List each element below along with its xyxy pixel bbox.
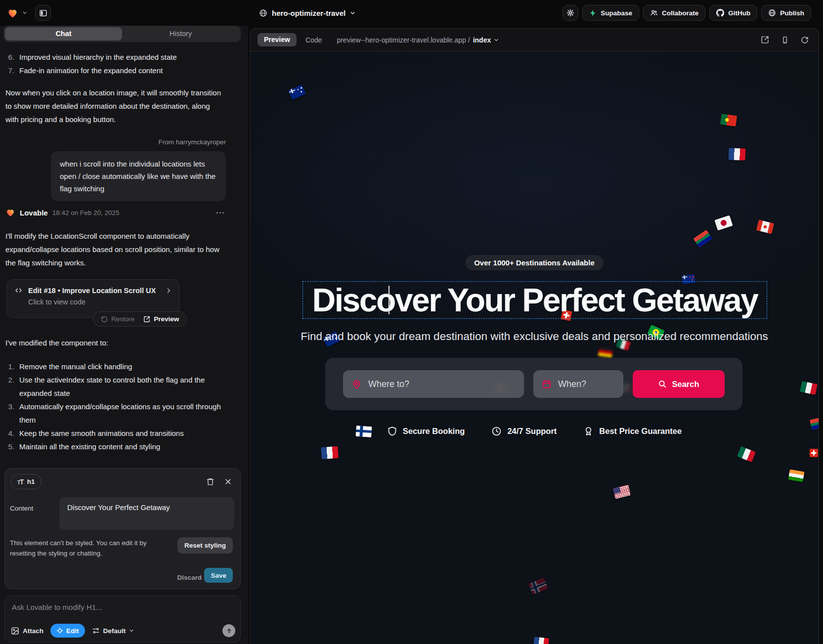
falling-flags-layer bbox=[250, 51, 819, 644]
feature-support: 24/7 Support bbox=[491, 426, 557, 436]
flag-japan-icon bbox=[714, 215, 733, 231]
message-timestamp: 18:42 on Feb 20, 2025 bbox=[52, 209, 120, 216]
close-panel-button[interactable] bbox=[221, 475, 234, 488]
tab-history[interactable]: History bbox=[122, 27, 239, 41]
content-input[interactable]: Discover Your Perfect Getaway bbox=[59, 497, 234, 530]
flag-mexico-icon bbox=[800, 381, 818, 395]
github-icon bbox=[716, 9, 724, 17]
assistant-list-top: 6.Improved visual hierarchy in the expan… bbox=[5, 50, 223, 77]
feature-row: Secure Booking 24/7 Support Best Price G… bbox=[250, 426, 819, 436]
type-icon bbox=[17, 478, 24, 486]
flag-germany-icon bbox=[598, 346, 613, 358]
tab-code[interactable]: Code bbox=[305, 36, 322, 44]
clock-icon bbox=[491, 426, 502, 436]
h1-selection-outline: Discover Your Perfect Getaway bbox=[303, 281, 767, 319]
open-in-new-tab-button[interactable] bbox=[761, 36, 769, 44]
top-bar: hero-optimizer-travel Supabase bbox=[0, 0, 823, 26]
close-icon bbox=[224, 478, 232, 485]
edit-card-title: Edit #18 • Improve Location Scroll UX bbox=[28, 287, 156, 295]
sidebar-toggle-button[interactable] bbox=[35, 5, 51, 21]
hero-subtitle: Find and book your dream destination wit… bbox=[250, 330, 819, 343]
lovable-heart-logo[interactable] bbox=[7, 7, 18, 19]
list-item: 7.Fade-in animation for the expanded con… bbox=[5, 64, 223, 77]
gear-icon bbox=[566, 9, 574, 17]
mobile-view-button[interactable] bbox=[781, 36, 789, 44]
element-tag-badge: h1 bbox=[10, 474, 42, 489]
external-link-icon bbox=[143, 316, 150, 323]
chevron-down-icon bbox=[494, 38, 499, 43]
version-actions: Restore Preview bbox=[93, 311, 187, 327]
shield-icon bbox=[387, 426, 397, 436]
element-editor-panel: h1 Content Discover Your Perfect Getaway… bbox=[4, 468, 241, 589]
delete-element-button[interactable] bbox=[204, 475, 217, 488]
lovable-app-window: hero-optimizer-travel Supabase bbox=[0, 0, 823, 644]
content-field-label: Content bbox=[10, 505, 33, 512]
assistant-paragraph: I've modified the component to: bbox=[5, 336, 223, 349]
edit-mode-button[interactable]: Edit bbox=[50, 624, 85, 638]
preview-version-button[interactable]: Preview bbox=[143, 315, 179, 323]
search-panel: Where to? When? Search bbox=[325, 358, 742, 410]
edit-card-subtitle: Click to view code bbox=[28, 298, 172, 306]
hero-title[interactable]: Discover Your Perfect Getaway bbox=[312, 281, 758, 319]
restore-button[interactable]: Restore bbox=[101, 315, 134, 323]
project-name: hero-optimizer-travel bbox=[272, 9, 346, 17]
publish-button[interactable]: Publish bbox=[761, 5, 811, 21]
mode-select[interactable]: Default bbox=[92, 627, 134, 635]
chevron-right-icon bbox=[165, 287, 172, 294]
flag-france-icon bbox=[533, 637, 549, 644]
flag-canada-icon bbox=[756, 219, 774, 234]
github-button[interactable]: GitHub bbox=[709, 5, 757, 21]
discard-button[interactable]: Discard bbox=[177, 570, 202, 585]
restore-icon bbox=[101, 316, 108, 323]
chevron-down-icon bbox=[129, 628, 134, 633]
destinations-badge: Over 1000+ Destinations Available bbox=[465, 255, 604, 270]
styling-note: This element can't be styled. You can ed… bbox=[10, 538, 167, 558]
preview-panel: Preview Code preview--hero-optimizer-tra… bbox=[250, 28, 819, 644]
text-caret bbox=[389, 286, 390, 314]
message-menu-button[interactable] bbox=[217, 212, 224, 214]
list-item: 5.Maintain all the existing content and … bbox=[5, 440, 223, 453]
tab-preview[interactable]: Preview bbox=[258, 33, 297, 46]
tab-chat[interactable]: Chat bbox=[5, 27, 122, 41]
settings-button[interactable] bbox=[563, 5, 578, 21]
message-author-label: From harrymckayroper bbox=[158, 138, 226, 146]
chevron-down-icon[interactable] bbox=[22, 10, 27, 15]
when-input[interactable]: When? bbox=[533, 370, 623, 398]
flag-france-icon bbox=[729, 148, 746, 160]
sidebar-tabs: Chat History bbox=[3, 26, 241, 42]
preview-url[interactable]: preview--hero-optimizer-travel.lovable.a… bbox=[337, 36, 499, 44]
refresh-icon bbox=[801, 36, 809, 44]
user-message-bubble: when i scroll into the individual locati… bbox=[51, 151, 226, 201]
preview-toolbar: Preview Code preview--hero-optimizer-tra… bbox=[250, 29, 819, 51]
search-icon bbox=[658, 380, 667, 388]
flag-south-africa-icon bbox=[693, 230, 713, 248]
attach-button[interactable]: Attach bbox=[11, 627, 43, 635]
reset-styling-button[interactable]: Reset styling bbox=[177, 537, 233, 554]
search-button[interactable]: Search bbox=[633, 370, 725, 398]
chat-input[interactable] bbox=[12, 603, 229, 611]
list-item: 1.Remove the manual click handling bbox=[5, 360, 223, 373]
chat-input-card: Attach Edit Default bbox=[4, 596, 241, 643]
flag-australia-icon bbox=[288, 85, 306, 100]
chevron-down-icon bbox=[350, 10, 355, 16]
send-button[interactable] bbox=[222, 624, 235, 637]
save-button[interactable]: Save bbox=[204, 568, 233, 583]
supabase-button[interactable]: Supabase bbox=[582, 5, 639, 21]
flag-mexico-icon bbox=[737, 446, 756, 462]
image-icon bbox=[11, 627, 19, 635]
flag-portugal-icon bbox=[720, 114, 737, 127]
lovable-heart-icon bbox=[5, 208, 15, 217]
project-switcher[interactable]: hero-optimizer-travel bbox=[259, 0, 355, 26]
flag-france-icon bbox=[321, 446, 339, 459]
collaborate-button[interactable]: Collaborate bbox=[643, 5, 705, 21]
where-input[interactable]: Where to? bbox=[343, 370, 524, 398]
refresh-button[interactable] bbox=[801, 36, 809, 44]
list-item: 3.Automatically expand/collapse location… bbox=[5, 400, 223, 427]
globe-icon bbox=[259, 9, 267, 17]
list-item: 6.Improved visual hierarchy in the expan… bbox=[5, 50, 223, 64]
target-icon bbox=[56, 627, 63, 634]
trash-icon bbox=[206, 477, 215, 486]
modifications-list: 1.Remove the manual click handling 2.Use… bbox=[5, 360, 223, 453]
flag-switzerland-icon bbox=[810, 449, 818, 457]
chat-sidebar: Chat History 6.Improved visual hierarchy… bbox=[0, 26, 248, 644]
